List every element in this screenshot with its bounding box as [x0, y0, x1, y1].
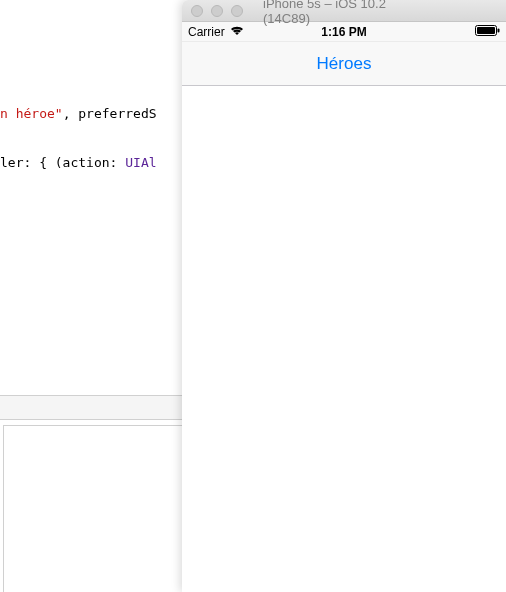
- status-time: 1:16 PM: [321, 25, 366, 39]
- status-right: [475, 25, 500, 39]
- window-title: iPhone 5s – iOS 10.2 (14C89): [263, 0, 425, 26]
- carrier-label: Carrier: [188, 25, 225, 39]
- svg-rect-1: [477, 27, 495, 34]
- svg-rect-2: [498, 28, 500, 32]
- close-button[interactable]: [191, 5, 203, 17]
- ios-content-area[interactable]: [182, 86, 506, 592]
- code-line: n héroe", preferredS: [0, 104, 157, 124]
- heroes-title-button[interactable]: Héroes: [317, 54, 372, 74]
- battery-icon: [475, 25, 500, 39]
- type-identifier: UIAl: [125, 155, 156, 170]
- code-text: ler:: [0, 155, 39, 170]
- zoom-button[interactable]: [231, 5, 243, 17]
- console-toolbar: [0, 395, 182, 420]
- minimize-button[interactable]: [211, 5, 223, 17]
- window-titlebar[interactable]: iPhone 5s – iOS 10.2 (14C89): [182, 0, 506, 22]
- ios-simulator-window: iPhone 5s – iOS 10.2 (14C89) Carrier 1:1…: [182, 0, 506, 592]
- code-text: , preferredS: [63, 106, 157, 121]
- code-text: { (action:: [39, 155, 125, 170]
- ios-status-bar: Carrier 1:16 PM: [182, 22, 506, 42]
- console-area[interactable]: [3, 425, 185, 592]
- status-left: Carrier: [188, 25, 244, 39]
- string-literal: n héroe": [0, 106, 63, 121]
- wifi-icon: [230, 25, 244, 39]
- code-line: ler: { (action: UIAl: [0, 153, 157, 173]
- ios-navigation-bar: Héroes: [182, 42, 506, 86]
- traffic-lights: [182, 5, 243, 17]
